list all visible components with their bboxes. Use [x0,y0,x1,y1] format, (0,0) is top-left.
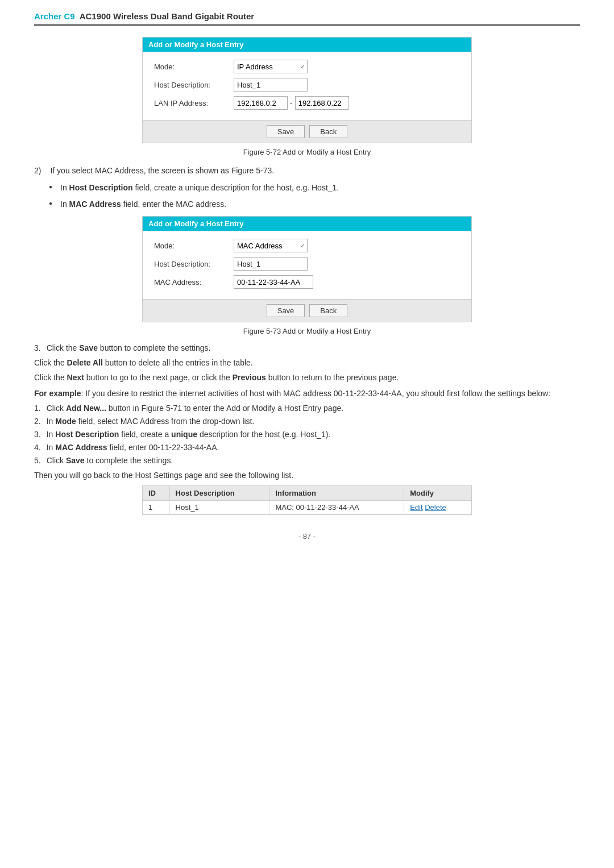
page-title: AC1900 Wireless Dual Band Gigabit Router [80,11,254,21]
host-desc-row: Host Description: [154,78,460,92]
panel2-host-desc-row: Host Description: [154,257,460,271]
panel1-body: Mode: IP Address Host Description: LAN I… [143,52,471,120]
col-id: ID [143,486,169,501]
step3-rest: button to complete the settings. [98,343,210,352]
previous-bold: Previous [233,373,266,382]
page-header: Archer C9 AC1900 Wireless Dual Band Giga… [34,11,580,26]
example-step-2: 2. In Mode field, select MAC Address fro… [34,417,580,426]
step5-content: Click Save to complete the settings. [47,456,173,465]
panel2-back-button[interactable]: Back [309,304,347,317]
panel1-save-button[interactable]: Save [267,125,305,138]
bullet-list: In Host Description field, create a uniq… [51,181,580,210]
panel1-footer: Save Back [143,120,471,143]
step3-num: 3. [34,343,41,352]
table-header-row: ID Host Description Information Modify [143,486,471,501]
content-section: 2) If you select MAC Address, the screen… [34,164,580,210]
panel2-body: Mode: MAC Address Host Description: MAC … [143,231,471,299]
bullet2-bold: MAC Address [69,200,121,209]
step2-rest: field, select MAC Address from the drop-… [76,417,255,426]
lan-ip-from-input[interactable] [234,96,288,110]
panel2-mac-input[interactable] [234,275,313,289]
step3-rest2: description for the host (e.g. Host_1). [197,430,330,439]
bullet1-rest: field, create a unique description for t… [133,183,339,192]
mode-label: Mode: [154,63,234,71]
lan-ip-to-input[interactable] [295,96,349,110]
ip-range: - [234,96,349,110]
step3-bold2: Host Description [55,430,119,439]
panel1-ip-address: Add or Modify a Host Entry Mode: IP Addr… [142,37,472,143]
mode-select-wrapper[interactable]: IP Address [234,60,308,73]
panel1-back-button[interactable]: Back [309,125,347,138]
step4-rest: field, enter 00-11-22-33-44-AA. [107,443,219,452]
next-bold: Next [67,373,84,382]
step3-num2: 3. [34,430,41,439]
item2-num: 2) [34,164,41,177]
item2-line: 2) If you select MAC Address, the screen… [34,164,580,177]
host-desc-input[interactable] [234,78,308,92]
panel2-mode-select-wrapper[interactable]: MAC Address [234,239,308,252]
final-para: Then you will go back to the Host Settin… [34,471,580,480]
row-modify: Edit Delete [404,501,471,514]
step1-bold: Add New... [66,404,106,413]
bullet2-rest: field, enter the MAC address. [121,200,226,209]
col-modify: Modify [404,486,471,501]
panel2-header: Add or Modify a Host Entry [143,217,471,231]
step3-unique-bold: unique [171,430,197,439]
example-steps: 1. Click Add New... button in Figure 5-7… [34,404,580,465]
panel1-header: Add or Modify a Host Entry [143,38,471,52]
step5-num: 5. [34,456,41,465]
example-step-4: 4. In MAC Address field, enter 00-11-22-… [34,443,580,452]
host-settings-table-wrapper: ID Host Description Information Modify 1… [142,485,472,515]
panel2-save-button[interactable]: Save [267,304,305,317]
panel2-mode-select[interactable]: MAC Address [234,239,308,252]
row-host-desc: Host_1 [169,501,269,514]
table-body: 1 Host_1 MAC: 00-11-22-33-44-AA Edit Del… [143,501,471,514]
brand-name: Archer C9 [34,11,75,21]
bullet1-bold: Host Description [69,183,133,192]
step5-rest: to complete the settings. [85,456,173,465]
bullet2-text: In MAC Address field, enter the MAC addr… [60,200,226,209]
step4-bold: MAC Address [55,443,107,452]
host-settings-table: ID Host Description Information Modify 1… [143,486,471,514]
edit-link[interactable]: Edit [410,503,422,512]
row-id: 1 [143,501,169,514]
step1-content: Click Add New... button in Figure 5-71 t… [47,404,343,413]
ip-separator: - [290,98,293,107]
step2-bold: Mode [55,417,76,426]
delete-link[interactable]: Delete [425,503,446,512]
host-desc-label: Host Description: [154,81,234,89]
step2-content: In Mode field, select MAC Address from t… [47,417,255,426]
step3-line: 3. Click the Save button to complete the… [34,343,580,352]
col-information: Information [269,486,404,501]
example-para: For example: If you desire to restrict t… [34,389,580,398]
example-step-3: 3. In Host Description field, create a u… [34,430,580,439]
step2-num: 2. [34,417,41,426]
panel2-footer: Save Back [143,299,471,322]
step1-rest: button in Figure 5-71 to enter the Add o… [106,404,343,413]
step3-text: Click the Save button to complete the se… [47,343,211,352]
step3-bold: Save [79,343,98,352]
mode-row: Mode: IP Address [154,60,460,73]
figure-73-caption: Figure 5-73 Add or Modify a Host Entry [34,327,580,335]
panel2-mac-label: MAC Address: [154,278,234,286]
lan-ip-label: LAN IP Address: [154,99,234,107]
bullet-item-2: In MAC Address field, enter the MAC addr… [51,198,580,210]
example-label: For example [34,389,81,398]
table-row: 1 Host_1 MAC: 00-11-22-33-44-AA Edit Del… [143,501,471,514]
mode-select[interactable]: IP Address [234,60,308,73]
panel2-host-desc-label: Host Description: [154,260,234,268]
para1: Click the Delete All button to delete al… [34,358,580,367]
step1-num: 1. [34,404,41,413]
bullet-item-1: In Host Description field, create a uniq… [51,181,580,194]
lan-ip-row: LAN IP Address: - [154,96,460,110]
panel2-host-desc-input[interactable] [234,257,308,271]
bullet1-text: In Host Description field, create a uniq… [60,183,339,192]
para2-rest: button to return to the previous page. [266,373,399,382]
figure-72-caption: Figure 5-72 Add or Modify a Host Entry [34,148,580,156]
panel2-mac-address: Add or Modify a Host Entry Mode: MAC Add… [142,216,472,322]
example-step-5: 5. Click Save to complete the settings. [34,456,580,465]
panel2-mode-row: Mode: MAC Address [154,239,460,252]
para2-mid: button to go to the next page, or click … [84,373,233,382]
example-text: : If you desire to restrict the internet… [81,389,550,398]
example-step-1: 1. Click Add New... button in Figure 5-7… [34,404,580,413]
